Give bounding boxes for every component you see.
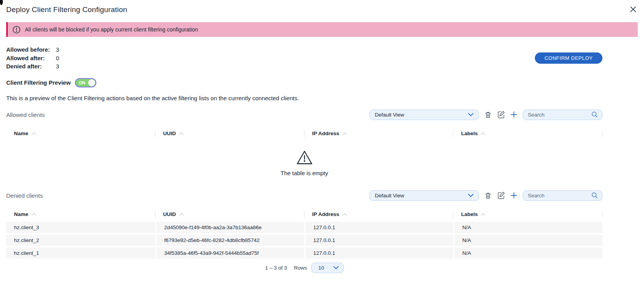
confirm-deploy-button[interactable]: CONFIRM DEPLOY [535, 52, 602, 64]
trash-icon [484, 111, 492, 118]
edit-icon [497, 192, 505, 199]
denied-clients-toolbar: Default View [369, 190, 602, 201]
cell-name: hz.client_3 [6, 222, 155, 233]
search-icon [591, 111, 598, 118]
stat-label: Allowed after: [6, 54, 56, 63]
stat-value: 3 [56, 62, 59, 71]
column-label: IP Address [312, 131, 339, 136]
empty-table-message: The table is empty [6, 170, 602, 176]
stat-label: Denied after: [6, 62, 56, 71]
allowed-clients-section-bar: Allowed clients Default View [6, 110, 602, 120]
preview-row: Client Filtering Preview ON [6, 78, 602, 87]
column-header-name[interactable]: Name [6, 129, 155, 138]
client-filtering-preview-label: Client Filtering Preview [6, 79, 71, 86]
sort-up-icon [31, 132, 37, 135]
allowed-table-header: Name UUID IP Address Labels [6, 129, 602, 138]
stat-value: 3 [56, 45, 59, 54]
dialog-header: Deploy Client Filtering Configuration [0, 0, 644, 14]
column-label: UUID [163, 131, 176, 136]
stat-allowed-after: Allowed after: 0 [6, 54, 59, 63]
page-title: Deploy Client Filtering Configuration [6, 5, 127, 14]
cell-uuid: f6793e92-d5eb-46fc-8282-4db8cfb85742 [155, 235, 305, 246]
cell-ip-address: 127.0.0.1 [305, 222, 454, 233]
allowed-search-input[interactable] [528, 112, 591, 118]
column-header-labels[interactable]: Labels [453, 210, 602, 219]
denied-table-body: hz.client_3 2d45090e-f149-4f0b-aa2a-3a7b… [6, 222, 602, 259]
column-label: Labels [461, 211, 478, 217]
column-label: IP Address [312, 211, 339, 217]
rows-per-page-select[interactable]: 10 [311, 263, 344, 273]
rows-per-page-label: Rows [294, 265, 307, 271]
search-icon [591, 192, 598, 199]
sort-up-icon [179, 132, 184, 135]
column-header-ip[interactable]: IP Address [305, 129, 454, 138]
sort-up-icon [179, 213, 184, 216]
toggle-state-label: ON [79, 80, 85, 85]
denied-search-box [523, 190, 602, 201]
cell-name: hz.client_2 [6, 235, 155, 246]
sort-up-icon [342, 132, 347, 135]
stats-block: Allowed before: 3 Allowed after: 0 Denie… [6, 45, 59, 71]
close-button[interactable] [628, 5, 638, 14]
client-filtering-preview-toggle[interactable]: ON [75, 78, 96, 87]
warning-triangle-icon [6, 150, 602, 165]
stat-label: Allowed before: [6, 45, 56, 54]
add-view-button[interactable] [510, 192, 517, 199]
edit-view-button[interactable] [497, 111, 505, 118]
column-header-name[interactable]: Name [6, 210, 155, 219]
rows-per-page-value: 10 [319, 265, 324, 271]
column-header-uuid[interactable]: UUID [155, 210, 305, 219]
cell-uuid: 2d45090e-f149-4f0b-aa2a-3a7b136aa86e [155, 222, 305, 233]
table-row: hz.client_1 34f5385a-46f5-43a9-942f-5444… [6, 247, 602, 259]
delete-view-button[interactable] [484, 111, 492, 118]
stat-allowed-before: Allowed before: 3 [6, 45, 59, 54]
stats-row: Allowed before: 3 Allowed after: 0 Denie… [6, 45, 602, 71]
cell-labels: N/A [453, 235, 602, 246]
plus-icon [510, 111, 517, 118]
column-header-uuid[interactable]: UUID [155, 129, 305, 138]
column-header-labels[interactable]: Labels [453, 129, 602, 138]
toggle-knob [88, 79, 95, 86]
table-row: hz.client_2 f6793e92-d5eb-46fc-8282-4db8… [6, 235, 602, 246]
column-label: UUID [163, 211, 176, 217]
trash-icon [484, 192, 492, 199]
allowed-clients-label: Allowed clients [6, 111, 45, 118]
column-label: Name [14, 211, 28, 217]
close-icon [629, 5, 637, 13]
alert-circle-icon [12, 26, 21, 34]
table-row: hz.client_3 2d45090e-f149-4f0b-aa2a-3a7b… [6, 222, 602, 233]
view-select-value: Default View [375, 112, 404, 118]
sort-up-icon [481, 132, 486, 135]
dialog-content: Allowed before: 3 Allowed after: 0 Denie… [6, 45, 602, 273]
delete-view-button[interactable] [484, 192, 492, 199]
warning-banner: All clients will be blocked if you apply… [6, 22, 638, 37]
cell-ip-address: 127.0.0.1 [305, 247, 454, 259]
preview-description: This is a preview of the Client Filterin… [6, 95, 602, 101]
plus-icon [510, 192, 517, 199]
edit-view-button[interactable] [497, 192, 505, 199]
denied-view-select[interactable]: Default View [369, 190, 479, 201]
pagination: 1 – 3 of 3 Rows 10 [6, 263, 602, 273]
allowed-clients-toolbar: Default View [369, 110, 602, 120]
denied-search-input[interactable] [528, 193, 591, 198]
allowed-search-box [523, 110, 602, 120]
chevron-down-icon [468, 113, 473, 116]
cell-labels: N/A [453, 222, 602, 233]
view-select-value: Default View [375, 193, 404, 198]
denied-table-header: Name UUID IP Address Labels [6, 210, 602, 219]
cell-labels: N/A [453, 247, 602, 259]
add-view-button[interactable] [510, 111, 517, 118]
pagination-range: 1 – 3 of 3 [265, 265, 287, 271]
warning-banner-text: All clients will be blocked if you apply… [25, 26, 198, 33]
column-header-ip[interactable]: IP Address [305, 210, 454, 219]
cell-ip-address: 127.0.0.1 [305, 235, 454, 246]
cell-uuid: 34f5385a-46f5-43a9-942f-5444b55ad75f [155, 247, 305, 259]
denied-clients-label: Denied clients [6, 192, 43, 199]
allowed-empty-state: The table is empty [6, 150, 602, 176]
chevron-down-icon [468, 194, 473, 197]
edit-icon [497, 111, 505, 118]
allowed-view-select[interactable]: Default View [369, 110, 479, 120]
denied-clients-section-bar: Denied clients Default View [6, 190, 602, 201]
stat-denied-after: Denied after: 3 [6, 62, 59, 71]
column-label: Labels [461, 131, 478, 136]
